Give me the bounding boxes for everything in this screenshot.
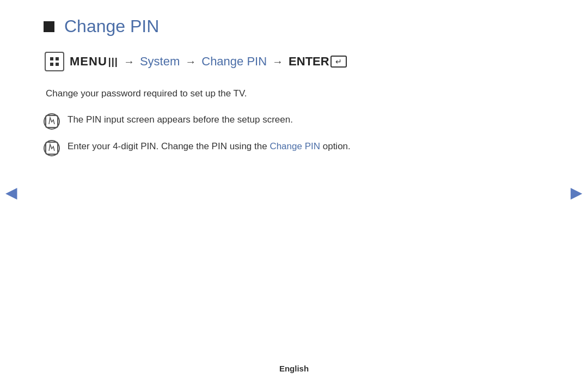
note-2-text-before: Enter your 4-digit PIN. Change the PIN u… bbox=[68, 141, 270, 151]
nav-row: MENU ||| → System → Change PIN → ENTER ↵ bbox=[45, 52, 544, 71]
nav-change-pin-label: Change PIN bbox=[201, 54, 267, 69]
svg-rect-0 bbox=[50, 57, 53, 60]
nav-left-button[interactable]: ◀ bbox=[5, 183, 17, 201]
page-title: Change PIN bbox=[64, 16, 159, 36]
note-2-text-after: option. bbox=[320, 141, 351, 151]
main-content: Change PIN MENU ||| → System → Change PI… bbox=[0, 0, 588, 156]
nav-arrow-2: → bbox=[185, 56, 196, 68]
note-icon-2 bbox=[44, 140, 60, 156]
note-2-change-pin-link: Change PIN bbox=[270, 141, 320, 151]
note-row-2: Enter your 4-digit PIN. Change the PIN u… bbox=[44, 139, 544, 156]
footer: English bbox=[0, 364, 588, 373]
note-icon-1 bbox=[44, 113, 60, 130]
enter-label: ENTER bbox=[289, 54, 329, 69]
svg-rect-1 bbox=[56, 57, 59, 60]
svg-rect-2 bbox=[50, 63, 53, 66]
enter-arrow-symbol: ↵ bbox=[335, 57, 342, 66]
title-row: Change PIN bbox=[44, 16, 544, 36]
menu-bars: ||| bbox=[108, 56, 118, 68]
menu-icon bbox=[45, 52, 64, 71]
menu-label: MENU bbox=[70, 54, 107, 69]
svg-rect-3 bbox=[56, 63, 59, 66]
title-square-icon bbox=[44, 21, 54, 32]
note-text-2: Enter your 4-digit PIN. Change the PIN u… bbox=[68, 139, 351, 154]
nav-arrow-1: → bbox=[124, 56, 134, 68]
note-row-1: The PIN input screen appears before the … bbox=[44, 113, 544, 130]
footer-language: English bbox=[279, 364, 309, 373]
enter-icon: ↵ bbox=[330, 56, 347, 68]
system-label: System bbox=[140, 54, 180, 69]
note-text-1: The PIN input screen appears before the … bbox=[68, 113, 293, 127]
nav-arrow-3: → bbox=[272, 56, 283, 68]
description-text: Change your password required to set up … bbox=[46, 87, 544, 101]
nav-right-button[interactable]: ▶ bbox=[571, 183, 583, 201]
